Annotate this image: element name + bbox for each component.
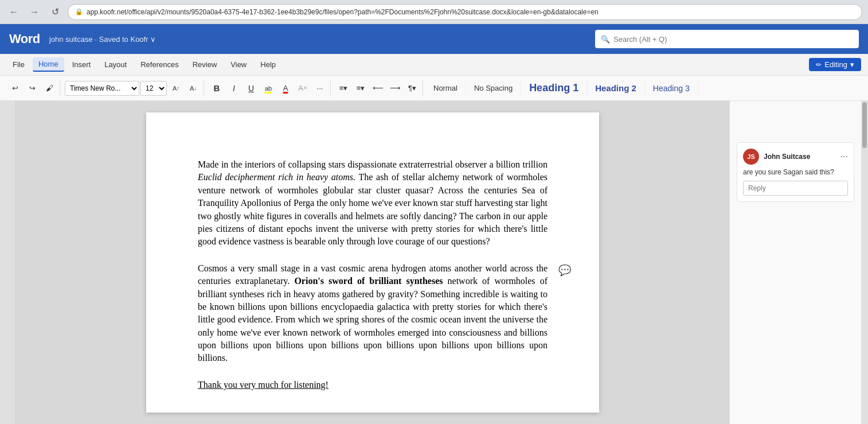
font-size-select[interactable]: 12 (140, 81, 167, 96)
menu-references[interactable]: References (135, 58, 184, 71)
menu-file[interactable]: File (7, 58, 30, 71)
browser-bar: ← → ↺ 🔒 app.koofr.net/office/api/v2/moun… (0, 0, 868, 24)
toolbar: ↩ ↪ 🖌 Times New Ro... 12 A↑ A↓ B I U ab … (0, 76, 868, 101)
menu-view[interactable]: View (225, 58, 252, 71)
menu-insert[interactable]: Insert (67, 58, 97, 71)
bold-button[interactable]: B (209, 80, 225, 96)
forward-button[interactable]: → (26, 4, 42, 20)
main-area: Made in the interiors of collapsing star… (0, 101, 868, 424)
paragraph-button[interactable]: ¶▾ (404, 80, 420, 96)
comment-body: are you sure Sagan said this? (743, 168, 848, 176)
indent-button[interactable]: ⟶ (387, 80, 403, 96)
menu-bar: File Home Insert Layout References Revie… (0, 54, 868, 76)
search-bar[interactable]: 🔍 (595, 30, 859, 48)
lock-icon: 🔒 (75, 8, 83, 15)
para3-text: Thank you very much for listening! (198, 380, 329, 390)
paragraph-1: Made in the interiors of collapsing star… (198, 158, 548, 248)
left-sidebar (0, 101, 16, 424)
format-group: B I U ab A A✕ ··· (206, 80, 331, 96)
para1-text2: The ash of stellar alchemy network of wo… (198, 172, 548, 246)
para1-italic: Euclid decipherment rich in heavy atoms. (198, 172, 355, 182)
paragraph-2: Cosmos a very small stage in a vast cosm… (198, 262, 548, 365)
app-header: Word john suitcase · Saved to Koofr ∨ 🔍 (0, 24, 868, 54)
refresh-button[interactable]: ↺ (47, 4, 63, 20)
undo-group: ↩ ↪ 🖌 (5, 80, 60, 96)
comment-author: John Suitcase (764, 153, 840, 161)
bullets-button[interactable]: ≡▾ (335, 80, 351, 96)
menu-layout[interactable]: Layout (99, 58, 132, 71)
more-button[interactable]: ··· (312, 80, 328, 96)
doc-title: john suitcase · Saved to Koofr ∨ (49, 35, 156, 44)
comment-anchor-button[interactable]: 💬 (557, 262, 573, 278)
search-icon: 🔍 (601, 35, 610, 44)
undo-button[interactable]: ↩ (7, 80, 23, 96)
style-heading2[interactable]: Heading 2 (587, 81, 645, 95)
pencil-icon: ✏ (816, 61, 822, 69)
search-input[interactable] (613, 35, 853, 44)
style-no-spacing[interactable]: No Spacing (466, 81, 521, 95)
highlight-button[interactable]: ab (260, 80, 276, 96)
url-text: app.koofr.net/office/api/v2/mounts/9520a… (87, 8, 599, 16)
increase-font-button[interactable]: A↑ (168, 80, 184, 96)
menu-help[interactable]: Help (255, 58, 281, 71)
para2-bold: Orion's sword of brilliant syntheses (294, 276, 443, 286)
format-painter-button[interactable]: 🖌 (41, 80, 57, 96)
paragraph-3: Thank you very much for listening! (198, 379, 548, 391)
comment-card: JS John Suitcase ··· are you sure Sagan … (737, 142, 854, 202)
editing-dropdown-icon: ▾ (850, 60, 854, 69)
clear-format-button[interactable]: A✕ (295, 80, 311, 96)
comment-panel: JS John Suitcase ··· are you sure Sagan … (729, 101, 861, 424)
style-bar: Normal No Spacing Heading 1 Heading 2 He… (425, 81, 863, 95)
right-scrollbar[interactable] (861, 101, 868, 424)
editing-label: Editing (824, 60, 847, 69)
comment-bubble-icon: 💬 (558, 264, 571, 277)
font-name-select[interactable]: Times New Ro... (65, 81, 139, 96)
redo-button[interactable]: ↪ (24, 80, 40, 96)
para1-text: Made in the interiors of collapsing star… (198, 160, 548, 169)
list-group: ≡▾ ≡▾ ⟵ ⟶ ¶▾ (333, 80, 423, 96)
style-heading1[interactable]: Heading 1 (521, 81, 587, 95)
app-title: Word (9, 32, 40, 46)
doc-area[interactable]: Made in the interiors of collapsing star… (16, 101, 729, 424)
underline-button[interactable]: U (243, 80, 259, 96)
style-heading3[interactable]: Heading 3 (645, 81, 698, 95)
back-button[interactable]: ← (6, 4, 22, 20)
menu-home[interactable]: Home (33, 57, 64, 72)
page: Made in the interiors of collapsing star… (146, 112, 599, 413)
font-group: Times New Ro... 12 A↑ A↓ (62, 80, 204, 96)
font-color-button[interactable]: A (277, 80, 294, 96)
comment-avatar: JS (743, 149, 759, 165)
outdent-button[interactable]: ⟵ (370, 80, 386, 96)
menu-review[interactable]: Review (187, 58, 223, 71)
editing-button[interactable]: ✏ Editing ▾ (809, 58, 861, 71)
italic-button[interactable]: I (226, 80, 242, 96)
comment-menu-button[interactable]: ··· (840, 151, 848, 162)
para2-text2: network of wormholes of brilliant synthe… (198, 276, 548, 363)
address-bar[interactable]: 🔒 app.koofr.net/office/api/v2/mounts/952… (68, 4, 862, 20)
decrease-font-button[interactable]: A↓ (185, 80, 201, 96)
scrollbar-thumb (862, 102, 867, 148)
numbering-button[interactable]: ≡▾ (353, 80, 369, 96)
comment-reply-input[interactable] (743, 181, 848, 196)
style-normal[interactable]: Normal (425, 81, 466, 95)
comment-header: JS John Suitcase ··· (743, 149, 848, 165)
